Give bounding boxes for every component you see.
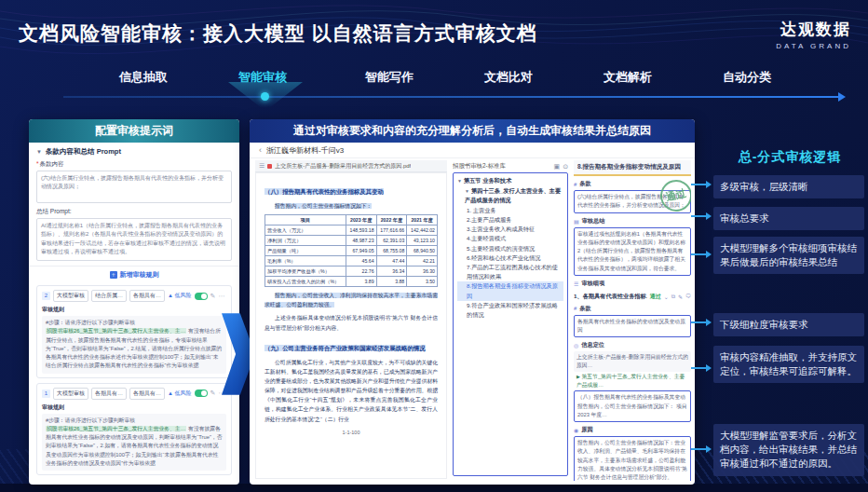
business-metrics-table: 项目 2023 年度 2022 年度 2021 年度 营业收入（万元）148,5… bbox=[264, 214, 438, 287]
rule-index-badge: 2 bbox=[42, 292, 50, 300]
tree-subsection[interactable]: ▼第四十三条_发行人主营业务、主要产品或服务的情况 bbox=[457, 186, 563, 206]
locate-icon[interactable]: ⊙ bbox=[563, 163, 568, 171]
rule-field2-input[interactable]: 各期具有… bbox=[129, 290, 165, 302]
bottom-band bbox=[0, 484, 868, 492]
tree-item-9[interactable]: 9.符合产业政策和国家经济发展战略的情况 bbox=[457, 301, 563, 320]
menu-icon[interactable]: ☰ bbox=[259, 162, 264, 170]
back-icon[interactable]: ‹ bbox=[259, 145, 262, 155]
prompt-group-row[interactable]: ▼ 条款内容和总结 Prompt bbox=[36, 147, 232, 157]
caret-down-icon: ▼ bbox=[457, 178, 462, 184]
copy-icon[interactable]: ⧉ bbox=[671, 294, 675, 300]
rule-card-2: 2 大模型审核 结合所属… 各期具有… ▲ 低风险 ✎ ⋯ 审核规则 #步骤：请… bbox=[36, 285, 232, 378]
rule-text: 有没有披露各期具有代表性业务指标的变动情况及变动原因，判断审核结果为“True”… bbox=[46, 426, 222, 466]
note-precise-extraction: 审核内容精准抽取，并支持原文定位，审核结果可追踪可解释。 bbox=[713, 346, 864, 383]
tree-item-6[interactable]: 6.经营和核心技术产业化情况 bbox=[457, 253, 563, 263]
edit-icon[interactable]: ✎ bbox=[210, 293, 216, 300]
edit-icon[interactable]: ✎ bbox=[678, 294, 683, 300]
clause-field-label: *条款内容 bbox=[36, 160, 232, 169]
page-number: 1-1-100 bbox=[264, 430, 438, 435]
tab-info-extraction[interactable]: 信息抽取 bbox=[119, 69, 168, 86]
clause-section-label: 条款 bbox=[579, 180, 590, 188]
table-row: 加权平均净资产收益率（%）22.7636.3436.30 bbox=[265, 266, 438, 277]
connector-arrow bbox=[691, 215, 706, 217]
rule-text: 有没有结合所属行业特点，披露报告期各期具有代表性的业务指标，专项审核结果为“Tr… bbox=[46, 328, 222, 368]
item1-locate-doc[interactable]: 上交所主板-产品服务-删除采用目前经营方式的原因… bbox=[574, 351, 691, 372]
document-page[interactable]: （八）报告期具有代表性的业务指标及其变动 报告期内，公司主营业务指标情况如下： … bbox=[255, 172, 447, 479]
brand-logo-cn: 达观数据 bbox=[776, 19, 851, 40]
breadcrumb-label: 浙江巍华新材料-千问v3 bbox=[266, 145, 344, 156]
tab-auto-classify[interactable]: 自动分类 bbox=[723, 69, 771, 86]
collapse-icon[interactable]: ▣ bbox=[554, 163, 561, 171]
summary-icon: ▤ bbox=[574, 218, 579, 225]
chevron-down-icon[interactable]: ⌄ bbox=[664, 294, 669, 300]
rule-type-select[interactable]: 大模型审核 bbox=[53, 290, 88, 302]
brand-logo: 达观数据 DATA GRAND bbox=[776, 19, 851, 50]
rule-field1-input[interactable]: 各期具有… bbox=[91, 388, 127, 400]
catalog-title: 招股书审核2-标准库 bbox=[453, 162, 506, 171]
doc-intro: 报告期内，公司主营业务指标情况如下： bbox=[275, 203, 372, 209]
doc-para1: 报告期内，公司营业收入、净利润均保持在较高水平，主要系市场需求旺盛、公司盈利能力… bbox=[264, 293, 438, 308]
prompt-group-label: 条款内容和总结 Prompt bbox=[46, 147, 121, 156]
add-rule-button[interactable]: ＋ 新增审核规则 bbox=[29, 266, 239, 283]
rule-prefix: #步骤：请依序进行以下步骤判断审核 bbox=[46, 417, 135, 423]
tab-doc-compare[interactable]: 文档比对 bbox=[484, 69, 533, 86]
rule-ref-highlight: 招股书审核26_第五节_第四十三条_发行人主营业务、主… bbox=[46, 328, 186, 334]
doc-para3: 公司所属氟化工行业，与其他产业关联度较大，为不可或缺的关键化工新材料。氟化工是我… bbox=[264, 358, 438, 424]
summary-section: 审核通过项包括规则名称1（各期具有代表性业务指标的变动情况及变动原因）和规则名称… bbox=[574, 227, 691, 276]
rule-section-label: 审核规则 bbox=[42, 403, 226, 412]
rule-section-label: 审核规则 bbox=[42, 306, 226, 314]
rule-enable-toggle[interactable] bbox=[195, 293, 208, 300]
slide-canvas: 文档风险智能审核：接入大模型 以自然语言方式审核文档 达观数据 DATA GRA… bbox=[0, 0, 868, 492]
document-viewer: ☰ 上交所主板-产品服务-删除采用目前经营方式的原因.pdf （八）报告期具有代… bbox=[255, 160, 447, 481]
tree-item-4[interactable]: 4.主要经营模式 bbox=[457, 234, 563, 243]
item1-locate-text[interactable]: （八）报告期具有代表性的业务指标及其变动 报告期内，公司主营业务指标情况如下： … bbox=[574, 390, 691, 422]
rule-field1-input[interactable]: 结合所属… bbox=[91, 290, 127, 302]
note-multi-level: 多级审核，层级清晰 bbox=[713, 175, 864, 198]
risk-tag[interactable]: ▲ 低风险 bbox=[168, 292, 192, 300]
table-row: 毛利率（%）45.6447.4442.21 bbox=[265, 256, 438, 266]
details-section-label: 审核细项 bbox=[581, 280, 604, 288]
tab-smart-review[interactable]: 智能审核 bbox=[238, 69, 287, 86]
table-row: 产品销量（吨）67,949.0568,755.0868,940.50 bbox=[265, 246, 438, 256]
connector-arrow bbox=[691, 448, 706, 450]
breadcrumb: ‹ 浙江巍华新材料-千问v3 bbox=[250, 143, 695, 158]
risk-tag[interactable]: ▲ 低风险 bbox=[168, 390, 192, 398]
note-llm-summary: 大模型理解多个审核细项审核结果后做最后的审核结果总结 bbox=[713, 237, 864, 274]
tree-section[interactable]: ▼第五节 业务和技术 bbox=[457, 176, 563, 186]
detail-item-1-header[interactable]: 1、各期具有代表性业务指标… 通过 ⌄ ⧉ ✎ 🗨 bbox=[574, 293, 691, 301]
review-panel-title: 通过对审核要求和内容的充分理解分析后，自动生成审核结果并总结原因 bbox=[250, 119, 695, 143]
clause-icon: # bbox=[574, 182, 576, 187]
more-icon[interactable]: ⋯ bbox=[218, 293, 224, 300]
logic-panel-title: 总-分式审核逻辑 bbox=[715, 149, 864, 166]
tree-item-5[interactable]: 5.主要经营模式的演变情况 bbox=[457, 244, 563, 253]
tree-item-3[interactable]: 3.主营业务收入构成及特征 bbox=[457, 225, 563, 234]
rule-enable-toggle[interactable] bbox=[195, 390, 208, 397]
plus-icon: ＋ bbox=[110, 271, 117, 279]
summary-field-label: 总结 Prompt: bbox=[36, 208, 232, 216]
pdf-icon bbox=[267, 164, 272, 169]
item1-locate-path[interactable]: ▶ 第五节_第四十三条_发行人主营业务、主要产品或服… bbox=[574, 372, 691, 390]
tree-item-2[interactable]: 2.主要产品或服务 bbox=[457, 215, 563, 225]
tab-smart-writing[interactable]: 智能写作 bbox=[365, 69, 414, 86]
tree-item-1[interactable]: 1. 主营业务 bbox=[457, 206, 563, 215]
note-llm-regulation: 大模型理解监管要求后，分析文档内容，给出审核结果，并总结审核通过和不通过的原因。 bbox=[713, 424, 864, 476]
clause-textarea[interactable]: (六)结合所属行业特点，披露报告期各期具有代表性的业务指标，并分析变动情况及原因… bbox=[36, 171, 232, 203]
tree-item-7[interactable]: 7.产品的工艺流程图及核心技术的使用情况和效果 bbox=[457, 263, 563, 281]
rule-text-box: #步骤：请依序进行以下步骤判断审核 招股书审核26_第五节_第四十三条_发行人主… bbox=[42, 414, 226, 472]
summary-textarea[interactable]: AI通过规则名称1（结合所属行业特点，披露报告期各期具有代表性的业务指标）、规则… bbox=[36, 218, 232, 261]
pass-badge: 通过 bbox=[650, 293, 661, 301]
caret-down-icon: ▼ bbox=[465, 188, 469, 194]
note-fine-grained: 下级细粒度审核要求 bbox=[713, 313, 864, 336]
tab-doc-parsing[interactable]: 文档解析 bbox=[604, 69, 652, 86]
edit-icon[interactable]: ✎ bbox=[210, 390, 216, 397]
connector-arrow bbox=[691, 184, 706, 185]
rule-field2-input[interactable]: 各期具有… bbox=[129, 388, 165, 400]
rule-type-select[interactable]: 大模型审核 bbox=[53, 388, 88, 400]
tree-item-8-active[interactable]: 8.报告期各期业务指标变动情况及原因 bbox=[457, 281, 563, 300]
add-rule-label: 新增审核规则 bbox=[120, 270, 159, 280]
document-tab[interactable]: ☰ 上交所主板-产品服务-删除采用目前经营方式的原因.pdf bbox=[255, 160, 447, 172]
comment-icon[interactable]: 🗨 bbox=[685, 294, 691, 299]
item1-locate-label: 信息定位 bbox=[581, 341, 604, 349]
clause-icon: # bbox=[574, 306, 576, 311]
timeline-dot bbox=[261, 92, 269, 101]
